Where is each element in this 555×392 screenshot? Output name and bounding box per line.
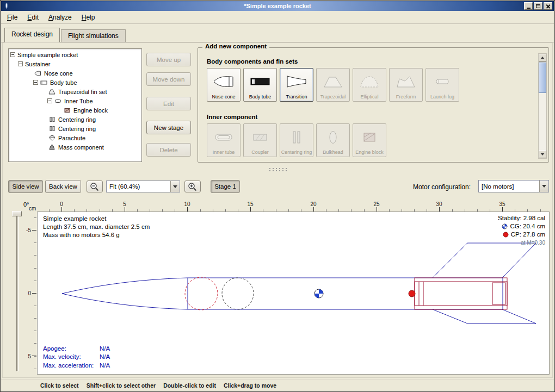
splitpane-grip[interactable] <box>268 167 287 172</box>
tree-item-inner-tube[interactable]: Inner Tube <box>9 96 141 105</box>
tree-item-rocket[interactable]: Simple example rocket <box>9 50 141 59</box>
zoom-out-button[interactable] <box>87 181 103 192</box>
minimize-icon <box>527 8 531 9</box>
scroll-down-button[interactable] <box>539 150 546 158</box>
back-view-button[interactable]: Back view <box>45 180 81 193</box>
rocket-outline[interactable] <box>62 278 503 309</box>
component-button-body-tube[interactable]: Body tube <box>243 68 277 102</box>
stability-value: Stability: 2.98 cal <box>498 214 545 222</box>
tree-item-label: Engine block <box>73 107 108 114</box>
ruler-unit-label: cm <box>29 206 36 211</box>
menu-help[interactable]: Help <box>77 12 100 23</box>
component-button-engine-block[interactable]: Engine block <box>353 123 386 157</box>
rocket-mass: Mass with no motors 54.6 g <box>43 231 150 239</box>
edit-button[interactable]: Edit <box>146 97 191 110</box>
rotation-slider-thumb[interactable] <box>12 211 22 216</box>
tab-rocket-design[interactable]: Rocket design <box>4 28 60 42</box>
nose-cone-icon <box>34 70 42 77</box>
tree-item-parachute[interactable]: Parachute <box>9 133 141 142</box>
chevron-down-icon[interactable] <box>539 181 548 192</box>
chevron-down-icon[interactable] <box>170 181 180 192</box>
group-title: Add new component <box>202 43 269 49</box>
component-button-label: Trapezoidal <box>320 94 346 99</box>
titlebar[interactable]: *Simple example rocket <box>1 1 554 11</box>
component-button-coupler[interactable]: Coupler <box>243 123 277 157</box>
inner-tube-icon <box>54 97 62 104</box>
component-button-elliptical[interactable]: Elliptical <box>353 68 386 102</box>
menu-file[interactable]: File <box>2 12 22 23</box>
collapse-icon[interactable] <box>33 80 38 85</box>
ruler-tick-label: 15 <box>247 201 253 207</box>
component-button-nose-cone[interactable]: Nose cone <box>207 68 240 102</box>
component-button-launch-lug[interactable]: Launch lug <box>425 68 459 102</box>
tab-flight-simulations[interactable]: Flight simulations <box>61 29 126 42</box>
collapse-icon[interactable] <box>47 98 52 103</box>
side-view-button[interactable]: Side view <box>8 180 43 193</box>
ruler-tick-label: -5 <box>26 227 31 233</box>
menu-edit[interactable]: Edit <box>22 12 44 23</box>
collapse-icon[interactable] <box>10 52 15 57</box>
component-tree[interactable]: Simple example rocket Sustainer Nose con… <box>8 48 142 162</box>
component-button-inner-tube[interactable]: Inner tube <box>207 123 240 157</box>
cp-icon <box>503 232 509 238</box>
new-stage-button[interactable]: New stage <box>146 121 191 134</box>
delete-button[interactable]: Delete <box>146 143 191 157</box>
max-acceleration-value: N/A <box>100 362 110 369</box>
component-button-trapezoidal[interactable]: Trapezoidal <box>316 68 350 102</box>
motor-configuration-combobox[interactable]: [No motors] <box>478 180 549 192</box>
application-window: *Simple example rocket File Edit Analyze… <box>0 0 555 392</box>
max-acceleration-label: Max. acceleration: <box>43 362 100 370</box>
stage-1-toggle[interactable]: Stage 1 <box>211 180 240 193</box>
tree-item-label: Parachute <box>58 135 85 141</box>
component-button-bulkhead[interactable]: Bulkhead <box>316 123 350 157</box>
tree-item-label: Nose cone <box>44 70 73 77</box>
motor-mount-outline[interactable] <box>415 278 507 309</box>
rocket-info: Simple example rocket Length 37.5 cm, ma… <box>43 215 150 239</box>
rotation-angle-label: 0° <box>23 201 29 208</box>
tree-item-sustainer[interactable]: Sustainer <box>9 59 141 69</box>
close-button[interactable] <box>544 2 552 10</box>
tree-item-fin-set[interactable]: Trapezoidal fin set <box>9 87 141 96</box>
tree-item-centering-ring-1[interactable]: Centering ring <box>9 115 141 124</box>
inner-component-circle-dark[interactable] <box>222 278 254 309</box>
centering-ring-icon <box>48 125 56 132</box>
zoom-combobox[interactable]: Fit (60.4%) <box>106 181 180 192</box>
tree-item-label: Sustainer <box>25 61 50 67</box>
cp-marker <box>409 290 415 297</box>
move-down-button[interactable]: Move down <box>146 72 191 86</box>
max-velocity-label: Max. velocity: <box>43 353 100 362</box>
status-bar: Click to select Shift+click to select ot… <box>1 379 554 391</box>
tree-item-nose-cone[interactable]: Nose cone <box>9 69 141 78</box>
tree-item-mass-component[interactable]: Mass component <box>9 142 141 152</box>
menu-analyze[interactable]: Analyze <box>44 12 77 23</box>
scroll-up-button[interactable] <box>539 54 546 62</box>
component-button-freeform[interactable]: Freeform <box>389 68 423 102</box>
inner-component-circle-red[interactable] <box>185 277 218 310</box>
flight-info: Apogee:N/A Max. velocity:N/A Max. accele… <box>43 345 110 370</box>
tree-item-centering-ring-2[interactable]: Centering ring <box>9 124 141 133</box>
component-button-transition[interactable]: Transition <box>280 68 313 102</box>
component-scrollbar[interactable] <box>538 53 547 159</box>
minimize-button[interactable] <box>524 2 533 10</box>
tree-item-body-tube[interactable]: Body tube <box>9 78 141 87</box>
move-up-button[interactable]: Move up <box>146 53 191 66</box>
add-component-group: Add new component Body components and fi… <box>198 47 549 163</box>
tree-item-engine-block[interactable]: Engine block <box>9 105 141 115</box>
rocket-canvas[interactable]: Simple example rocket Length 37.5 cm, ma… <box>37 211 550 375</box>
hint-shift-click: Shift+click to select other <box>87 382 156 389</box>
ruler-tick-label: 10 <box>184 201 190 207</box>
inner-component-buttons: Inner tube Coupler Centering ring Bulkhe… <box>207 123 386 157</box>
ruler-tick-label: 30 <box>436 201 442 207</box>
fin-set-outline[interactable] <box>433 243 536 323</box>
horizontal-ruler: 0 5 10 15 20 25 30 35 <box>37 201 549 211</box>
tree-item-label: Mass component <box>58 144 104 151</box>
tree-item-label: Centering ring <box>58 126 96 132</box>
collapse-icon[interactable] <box>18 61 23 66</box>
rotation-slider[interactable] <box>16 213 18 371</box>
ruler-tick-label: 0 <box>28 290 31 296</box>
component-button-centering-ring[interactable]: Centering ring <box>280 123 313 157</box>
zoom-in-button[interactable] <box>184 181 201 192</box>
cp-value: CP: 27.8 cm <box>511 231 545 239</box>
maximize-button[interactable] <box>534 2 542 10</box>
scrollbar-thumb[interactable] <box>539 63 546 93</box>
